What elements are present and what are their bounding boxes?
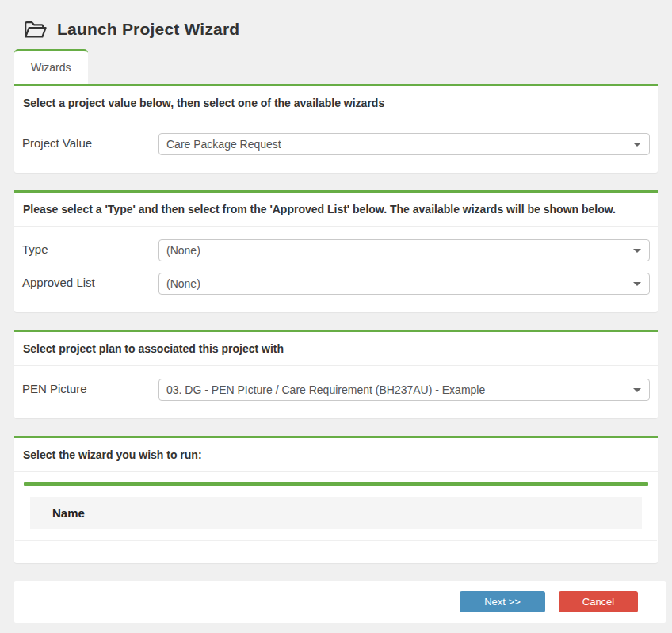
panel-project-plan-header: Select project plan to associated this p… [14,332,658,366]
page-title-text: Launch Project Wizard [57,20,239,39]
panel-type-approved: Please select a 'Type' and then select f… [14,190,658,312]
footer-action-bar: Next >> Cancel [14,581,666,623]
approved-list-label: Approved List [22,273,158,289]
page-title: Launch Project Wizard [0,0,672,49]
panel-project-plan: Select project plan to associated this p… [14,330,658,418]
next-button[interactable]: Next >> [460,591,545,612]
approved-list-select[interactable]: (None) [158,273,650,295]
approved-list-selected-text: (None) [166,277,200,290]
wizard-list-top-rule [24,482,648,486]
tab-wizards[interactable]: Wizards [14,49,88,84]
type-select[interactable]: (None) [158,239,650,261]
column-header-name: Name [52,506,85,520]
dropdown-arrow-icon [633,249,641,253]
dropdown-arrow-icon [633,388,641,392]
panel-type-approved-header: Please select a 'Type' and then select f… [14,193,658,227]
dropdown-arrow-icon [633,143,641,147]
project-value-select[interactable]: Care Package Request [158,133,650,155]
panel-project-value: Select a project value below, then selec… [14,84,658,173]
type-selected-text: (None) [166,244,200,257]
pen-picture-label: PEN Picture [22,379,158,395]
project-value-row: Project Value Care Package Request [22,133,650,155]
dropdown-arrow-icon [633,282,641,286]
pen-picture-selected-text: 03. DG - PEN PIcture / Care Requirement … [166,383,485,396]
pen-picture-row: PEN Picture 03. DG - PEN PIcture / Care … [22,379,650,401]
type-label: Type [22,239,158,256]
open-folder-icon [24,21,47,39]
wizard-table-header-row: Name [30,497,642,529]
tab-bar: Wizards [14,49,672,84]
project-value-selected-text: Care Package Request [166,138,281,151]
approved-list-row: Approved List (None) [22,273,650,295]
panel-project-value-header: Select a project value below, then selec… [14,86,658,120]
project-value-label: Project Value [22,133,158,150]
pen-picture-select[interactable]: 03. DG - PEN PIcture / Care Requirement … [158,379,650,401]
panel-wizard-list-header: Select the wizard you wish to run: [14,438,658,472]
wizard-table: Name [30,497,642,529]
panel-wizard-list: Select the wizard you wish to run: Name [14,436,658,563]
cancel-button[interactable]: Cancel [559,591,638,612]
wizard-table-empty-area [14,541,658,563]
type-row: Type (None) [22,239,650,261]
